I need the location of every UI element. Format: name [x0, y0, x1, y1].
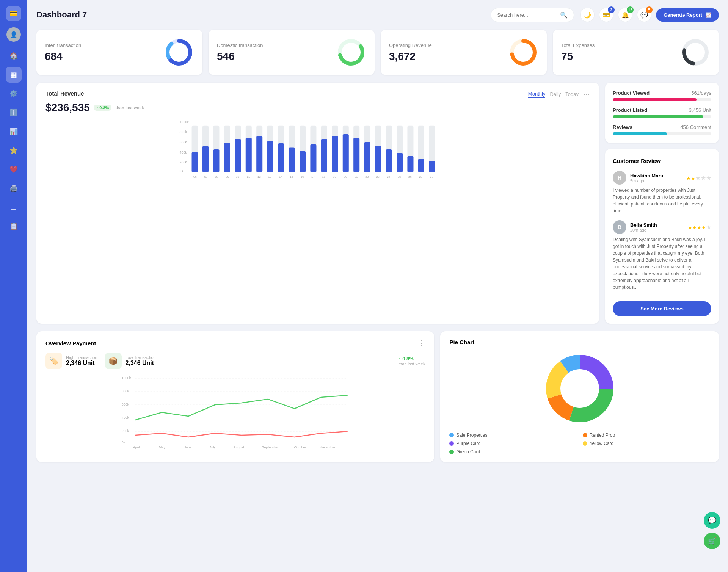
user-avatar[interactable]: 👤 — [6, 27, 21, 42]
search-icon: 🔍 — [560, 11, 568, 19]
metric-header-reviews: Reviews 456 Comment — [613, 124, 711, 130]
sidebar-item-settings[interactable]: ⚙️ — [6, 86, 22, 102]
theme-toggle-button[interactable]: 🌙 — [580, 8, 595, 22]
svg-text:06: 06 — [193, 175, 197, 179]
svg-text:11: 11 — [246, 175, 250, 179]
generate-report-button[interactable]: Generate Report 📈 — [656, 8, 719, 22]
svg-text:600k: 600k — [180, 140, 187, 144]
stat-value-expenses: 75 — [561, 50, 595, 63]
reviews-card: Customer Review ⋮ H Hawkins Maru 5m ago … — [605, 149, 719, 324]
review-item-0: H Hawkins Maru 5m ago ★★★★★ I viewed a n… — [613, 171, 711, 214]
svg-text:400k: 400k — [180, 150, 187, 154]
svg-rect-39 — [202, 146, 209, 172]
bar-chart: 1000k 800k 600k 400k 200k 0k — [46, 119, 590, 180]
bar-chart-icon: 📈 — [705, 12, 711, 18]
support-fab[interactable]: 💬 — [704, 512, 720, 529]
notifications-button[interactable]: 🔔 12 — [618, 8, 632, 22]
review-name-0: Hawkins Maru — [630, 173, 663, 179]
revenue-more-button[interactable]: ⋯ — [583, 90, 590, 99]
legend-dot-green — [449, 450, 454, 454]
sidebar-item-menu[interactable]: ☰ — [6, 199, 22, 215]
sidebar-item-likes[interactable]: ❤️ — [6, 161, 22, 177]
svg-text:20: 20 — [344, 175, 347, 179]
svg-rect-38 — [192, 152, 198, 172]
search-input[interactable] — [497, 12, 557, 18]
reviews-more-button[interactable]: ⋮ — [704, 157, 711, 165]
revenue-header: Total Revenue Monthly Daily Today ⋯ — [46, 90, 590, 99]
svg-rect-48 — [300, 151, 306, 172]
sidebar-item-reports[interactable]: 📋 — [6, 218, 22, 234]
legend-dot-yellow — [583, 441, 587, 446]
svg-text:10: 10 — [236, 175, 239, 179]
metric-name-listed: Product Listed — [613, 107, 647, 113]
svg-text:21: 21 — [355, 175, 358, 179]
legend-label-yellow: Yellow Card — [590, 441, 614, 446]
tab-today[interactable]: Today — [565, 91, 579, 98]
up-arrow-icon: ↑ — [96, 105, 99, 110]
sidebar-item-charts[interactable]: 📊 — [6, 124, 22, 139]
legend-yellow-card: Yellow Card — [583, 441, 710, 446]
svg-text:15: 15 — [290, 175, 293, 179]
tab-daily[interactable]: Daily — [550, 91, 561, 98]
notifications-badge: 12 — [627, 6, 634, 13]
revenue-title: Total Revenue — [46, 90, 84, 97]
payment-card: Overview Payment ⋮ 🏷️ High Transaction 2… — [36, 331, 434, 462]
payment-pct-label: than last week — [399, 362, 425, 366]
payment-more-button[interactable]: ⋮ — [418, 339, 425, 347]
svg-text:12: 12 — [257, 175, 261, 179]
see-more-reviews-button[interactable]: See More Reviews — [613, 301, 711, 316]
messages-button[interactable]: 💬 5 — [637, 8, 651, 22]
review-text-1: Dealing with Syamsudin and Bakri was a j… — [613, 236, 711, 291]
payment-metrics: 🏷️ High Transaction 2,346 Unit 📦 Low Tra… — [46, 353, 425, 369]
line-chart: 1000k 800k 600k 400k 200k 0k April May — [46, 375, 425, 450]
review-item-1: B Bella Smith 20m ago ★★★★★ Dealing with… — [613, 220, 711, 291]
svg-text:07: 07 — [204, 175, 207, 179]
wallet-button[interactable]: 💳 2 — [599, 8, 613, 22]
svg-text:April: April — [133, 445, 140, 449]
donut-inter — [164, 37, 194, 67]
metric-header-viewed: Product Viewed 561/days — [613, 90, 711, 96]
sidebar-item-analytics[interactable]: ▦ — [6, 67, 22, 83]
right-panel: Product Viewed 561/days Product Listed 3… — [605, 83, 719, 324]
svg-text:14: 14 — [279, 175, 282, 179]
svg-text:June: June — [184, 445, 192, 449]
donut-domestic — [336, 37, 366, 67]
svg-text:17: 17 — [311, 175, 315, 179]
revenue-badge: ↑ 0.8% — [94, 105, 112, 111]
sidebar-item-favorites[interactable]: ⭐ — [6, 143, 22, 158]
svg-text:24: 24 — [387, 175, 390, 179]
cart-fab[interactable]: 🛒 — [704, 533, 720, 549]
legend-dot-purple — [449, 441, 454, 446]
pie-title: Pie Chart — [449, 339, 710, 345]
svg-text:27: 27 — [419, 175, 423, 179]
header-icons: 🌙 💳 2 🔔 12 💬 5 Generate Report 📈 — [580, 8, 719, 22]
svg-text:22: 22 — [365, 175, 369, 179]
svg-rect-44 — [256, 136, 262, 172]
legend-green-card: Green Card — [449, 449, 576, 454]
svg-text:25: 25 — [398, 175, 401, 179]
low-transaction-box: 📦 Low Transaction 2,346 Unit — [105, 353, 156, 369]
review-meta-1: Bella Smith 20m ago — [630, 222, 657, 232]
svg-rect-60 — [429, 161, 435, 172]
sidebar-item-home[interactable]: 🏠 — [6, 48, 22, 64]
metric-fill-listed — [613, 115, 703, 118]
stat-value-revenue: 3,672 — [389, 50, 432, 63]
metric-header-listed: Product Listed 3,456 Unit — [613, 107, 711, 113]
svg-text:09: 09 — [226, 175, 229, 179]
svg-text:800k: 800k — [180, 130, 187, 134]
reviews-header: Customer Review ⋮ — [613, 157, 711, 165]
metric-fill-viewed — [613, 98, 697, 101]
search-bar[interactable]: 🔍 — [491, 8, 574, 22]
high-transaction-box: 🏷️ High Transaction 2,346 Unit — [46, 353, 97, 369]
sidebar-item-info[interactable]: ℹ️ — [6, 105, 22, 121]
stat-info: Inter. transaction 684 — [45, 42, 81, 63]
svg-rect-45 — [267, 141, 273, 172]
low-transaction-icon: 📦 — [105, 353, 122, 369]
sidebar-item-print[interactable]: 🖨️ — [6, 180, 22, 196]
bottom-row: Overview Payment ⋮ 🏷️ High Transaction 2… — [36, 331, 719, 462]
svg-rect-54 — [364, 142, 370, 172]
stat-label-expenses: Total Expenses — [561, 42, 595, 48]
svg-text:19: 19 — [333, 175, 336, 179]
tab-monthly[interactable]: Monthly — [528, 91, 546, 98]
revenue-card: Total Revenue Monthly Daily Today ⋯ $236… — [36, 83, 599, 324]
